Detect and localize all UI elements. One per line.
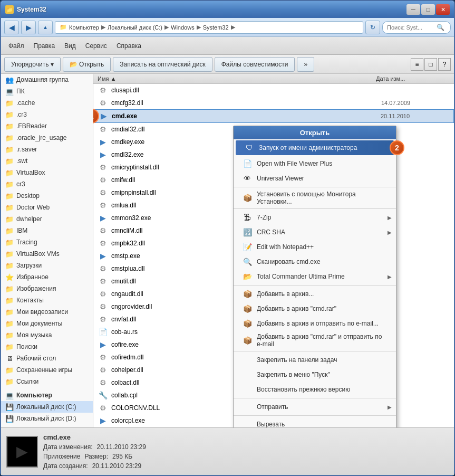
sidebar-item-docs[interactable]: 📁 Мои документы: [1, 318, 93, 329]
rs-icon-cobau: 📄: [98, 327, 108, 337]
forward-button[interactable]: ▶: [21, 21, 36, 34]
ctx-add-archive[interactable]: 📦 Добавить в архив...: [234, 287, 396, 301]
ctx-universal-viewer[interactable]: 👁 Universal Viewer: [234, 171, 396, 186]
sidebar-item-computer[interactable]: 💻 Компьютер: [1, 389, 93, 401]
sidebar-item-cr3-2[interactable]: 📁 cr3: [1, 178, 93, 190]
sidebar-item-doctor-web[interactable]: 📁 Doctor Web: [1, 202, 93, 213]
status-bar: ▶ cmd.exe Дата изменения: 20.11.2010 23:…: [1, 427, 454, 475]
view-buttons: ≡ □ ?: [411, 58, 451, 71]
sidebar-item-dwhelper[interactable]: 📁 dwhelper: [1, 213, 93, 225]
search-box[interactable]: 🔍: [382, 21, 451, 34]
sidebar-item-music[interactable]: 📁 Моя музыка: [1, 329, 93, 341]
sidebar-item-desktop[interactable]: 📁 Desktop: [1, 190, 93, 202]
ctx-cut[interactable]: Вырезать: [234, 417, 396, 427]
maximize-button[interactable]: □: [421, 4, 435, 15]
zip-icon: 🗜: [242, 212, 253, 223]
ctx-total-commander[interactable]: 📂 Total Commander Ultima Prime ▶: [234, 269, 396, 284]
ctx-run-as-admin[interactable]: 🛡 Запуск от имени администратора 2: [236, 140, 394, 155]
folder-icon-cache: 📁: [5, 99, 14, 107]
folder-icon-videos: 📁: [5, 308, 14, 316]
ctx-send-to[interactable]: Отправить ▶: [234, 399, 396, 414]
open-button[interactable]: 📂 Открыть: [63, 57, 111, 72]
sidebar-item-favorites[interactable]: ⭐ Избранное: [1, 271, 93, 283]
dll-icon-cngprov: ⚙: [98, 301, 108, 312]
sidebar-item-rsaver[interactable]: 📁 .r.saver: [1, 144, 93, 155]
view-preview-button[interactable]: □: [424, 58, 437, 71]
path-computer[interactable]: Компьютер: [69, 24, 99, 31]
ctx-add-archive-email[interactable]: 📦 Добавить в архив и отправить по e-mail…: [234, 316, 396, 331]
ctx-pin-start-label: Закрепить в меню "Пуск": [257, 371, 330, 378]
file-row-cmcfg32[interactable]: ⚙ cmcfg32.dll 14.07.2009: [93, 97, 454, 109]
sidebar-item-local-c[interactable]: 💾 Локальный диск (C:): [1, 401, 93, 413]
sidebar-item-videos[interactable]: 📁 Мои видеозаписи: [1, 306, 93, 318]
ctx-pin-taskbar[interactable]: Закрепить на панели задач: [234, 353, 396, 367]
sidebar-item-contacts[interactable]: 📁 Контакты: [1, 294, 93, 306]
ctx-pin-start[interactable]: Закрепить в меню "Пуск": [234, 367, 396, 382]
col-header-date[interactable]: Дата изм...: [376, 75, 450, 82]
sidebar-item-saved-games[interactable]: 📁 Сохраненные игры: [1, 364, 93, 376]
sidebar-label-cache: .cache: [16, 99, 35, 107]
organize-button[interactable]: Упорядочить ▾: [4, 57, 61, 72]
ctx-add-archive-rar-email[interactable]: 📦 Добавить в архив "cmd.rar" и отправить…: [234, 331, 396, 350]
sidebar-item-pc[interactable]: 💻 ПК: [1, 85, 93, 97]
search-input[interactable]: [387, 24, 434, 31]
ctx-install-monitor[interactable]: 📦 Установить с помощью Монитора Установк…: [234, 188, 396, 207]
view-list-button[interactable]: ≡: [411, 58, 423, 71]
view-help-button[interactable]: ?: [438, 58, 451, 71]
ctx-sep-2: [234, 208, 396, 209]
ctx-add-archive-rar[interactable]: 📦 Добавить в архив "cmd.rar": [234, 301, 396, 316]
up-button[interactable]: ▲: [38, 21, 53, 34]
menu-file[interactable]: Файл: [4, 40, 28, 52]
col-header-name[interactable]: Имя ▲: [98, 75, 376, 82]
ctx-restore-version[interactable]: Восстановить прежнюю версию: [234, 382, 396, 397]
sidebar-item-images[interactable]: 📁 Изображения: [1, 283, 93, 294]
compat-button[interactable]: Файлы совместимости: [215, 57, 295, 72]
folder-icon-contacts: 📁: [5, 296, 14, 304]
close-button[interactable]: ✕: [436, 4, 450, 15]
sidebar-item-searches[interactable]: 📁 Поиски: [1, 341, 93, 353]
folder-icon-rsaver: 📁: [5, 145, 14, 154]
menu-view[interactable]: Вид: [60, 40, 80, 52]
sidebar-item-fbreader[interactable]: 📁 .FBReader: [1, 120, 93, 132]
ctx-crcsha[interactable]: 🔢 CRC SHA ▶: [234, 225, 396, 240]
path-drive[interactable]: Локальный диск (C:): [108, 24, 162, 31]
menu-edit[interactable]: Правка: [30, 40, 60, 52]
menu-help[interactable]: Справка: [112, 40, 146, 52]
sidebar-item-virtualbox[interactable]: 📁 VirtualBox: [1, 167, 93, 178]
pin-taskbar-icon: [242, 355, 253, 365]
explorer-window: 📁 System32 ─ □ ✕ ◀ ▶ ▲ 📁 Компьютер ▶ Лок…: [0, 0, 455, 476]
file-row-cmd[interactable]: ▶ cmd.exe 20.11.2010 1: [93, 109, 454, 123]
sidebar-item-oracle[interactable]: 📁 .oracle_jre_usage: [1, 132, 93, 144]
status-modified-row: Дата изменения: 20.11.2010 23:29: [43, 443, 146, 451]
sidebar-item-home-group[interactable]: 👥 Домашняя группа: [1, 74, 93, 85]
ctx-7zip[interactable]: 🗜 7-Zip ▶: [234, 210, 396, 225]
sidebar-item-links[interactable]: 📁 Ссылки: [1, 376, 93, 387]
sidebar-item-cr3[interactable]: 📁 .cr3: [1, 109, 93, 120]
menu-tools[interactable]: Сервис: [81, 40, 111, 52]
back-button[interactable]: ◀: [4, 21, 19, 34]
menu-bar: Файл Правка Вид Сервис Справка: [1, 37, 454, 55]
status-size-value: 295 КБ: [112, 453, 132, 460]
ctx-notepadpp[interactable]: 📝 Edit with Notepad++: [234, 240, 396, 254]
file-row-clusapi[interactable]: ⚙ clusapi.dll: [93, 84, 454, 97]
address-path[interactable]: 📁 Компьютер ▶ Локальный диск (C:) ▶ Wind…: [55, 21, 363, 34]
sidebar-item-local-d[interactable]: 💾 Локальный диск (D:): [1, 413, 93, 424]
minimize-button[interactable]: ─: [406, 4, 420, 15]
sidebar-item-cache[interactable]: 📁 .cache: [1, 97, 93, 109]
refresh-button[interactable]: ↻: [365, 21, 380, 34]
dll-icon-cmipnp: ⚙: [98, 187, 108, 198]
sidebar-item-ibm[interactable]: 📁 IBM: [1, 225, 93, 236]
sidebar-item-tracing[interactable]: 📁 Tracing: [1, 236, 93, 248]
folder-icon-downloads: 📁: [5, 261, 14, 270]
ctx-scan[interactable]: 🔍 Сканировать cmd.exe: [234, 254, 396, 269]
path-windows[interactable]: Windows: [171, 24, 195, 31]
ctx-file-viewer[interactable]: 📄 Open with File Viewer Plus: [234, 156, 396, 171]
path-system32[interactable]: System32: [203, 24, 229, 31]
folder-icon-oracle: 📁: [5, 134, 14, 142]
sidebar-item-desktop2[interactable]: 🖥 Рабочий стол: [1, 353, 93, 364]
burn-button[interactable]: Записать на оптический диск: [113, 57, 212, 72]
sidebar-item-swt[interactable]: 📁 .swt: [1, 155, 93, 167]
sidebar-item-vbvms[interactable]: 📁 VirtualBox VMs: [1, 248, 93, 260]
more-button[interactable]: »: [297, 57, 314, 72]
sidebar-item-downloads[interactable]: 📁 Загрузки: [1, 260, 93, 271]
